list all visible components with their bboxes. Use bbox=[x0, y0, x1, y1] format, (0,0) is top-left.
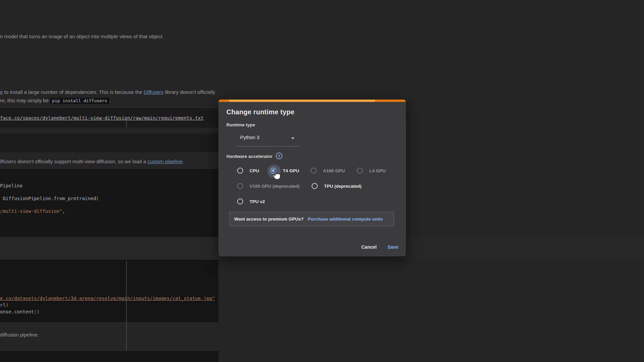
code-paren: ) bbox=[37, 309, 40, 314]
radio-option-tpu-deprecated[interactable]: TPU (deprecated) bbox=[312, 179, 362, 193]
radio-option-tpu-v2[interactable]: TPU v2 bbox=[237, 195, 265, 208]
image-url-string[interactable]: e.co/datasets/dylanebert/3d-arena/resolv… bbox=[0, 296, 215, 301]
code-cell-pipeline bbox=[0, 169, 218, 237]
code-text: DiffusionPipeline.from_pretrained bbox=[0, 196, 96, 201]
code-line: onse.content)) bbox=[0, 309, 40, 314]
chevron-down-icon bbox=[291, 137, 294, 139]
premium-question-text: Want access to premium GPUs? bbox=[234, 217, 304, 222]
code-string: /multi-view-diffusion" bbox=[0, 208, 62, 214]
custom-pipeline-link[interactable]: custom pipeline bbox=[148, 159, 182, 164]
code-paren: ) bbox=[6, 302, 8, 308]
radio-label: T4 GPU bbox=[283, 168, 299, 173]
dialog-title: Change runtime type bbox=[226, 108, 294, 116]
code-paren: ) bbox=[34, 309, 37, 314]
save-button[interactable]: Save bbox=[385, 242, 401, 252]
radio-focus-halo bbox=[267, 165, 281, 178]
premium-gpu-banner: Want access to premium GPUs? Purchase ad… bbox=[229, 212, 394, 226]
code-line: e.co/datasets/dylanebert/3d-arena/resolv… bbox=[0, 296, 215, 301]
notebook-markdown-line: diffusion pipeline. bbox=[0, 332, 39, 338]
radio-option-cpu[interactable]: CPU bbox=[237, 164, 259, 177]
radio-option-v100-gpu[interactable]: V100 GPU (deprecated) bbox=[237, 179, 300, 193]
change-runtime-type-dialog: Change runtime type Runtime type Python … bbox=[218, 100, 406, 256]
radio-label: TPU (deprecated) bbox=[324, 184, 362, 189]
radio-icon bbox=[237, 198, 243, 204]
radio-icon bbox=[311, 168, 317, 174]
requirements-url-link[interactable]: face.co/spaces/dylanebert/multi-view-dif… bbox=[0, 115, 204, 121]
cell-divider-line bbox=[126, 261, 127, 362]
radio-label: V100 GPU (deprecated) bbox=[250, 184, 300, 189]
radio-label: A100 GPU bbox=[323, 168, 345, 173]
radio-label: L4 GPU bbox=[369, 168, 386, 173]
progress-bar-segment bbox=[218, 100, 229, 102]
radio-icon bbox=[312, 183, 318, 189]
diffusers-link[interactable]: Diffusers bbox=[144, 89, 163, 95]
help-icon[interactable]: ? bbox=[276, 153, 282, 159]
purchase-compute-units-link[interactable]: Purchase additional compute units bbox=[308, 217, 383, 222]
radio-option-l4-gpu[interactable]: L4 GPU bbox=[357, 164, 386, 177]
code-line: rl) bbox=[0, 302, 8, 308]
radio-icon bbox=[357, 168, 363, 174]
progress-bar-segment bbox=[229, 100, 375, 102]
code-line: Pipeline bbox=[0, 183, 22, 188]
hardware-accelerator-label: Hardware accelerator bbox=[226, 154, 272, 159]
progress-bar-segment bbox=[375, 100, 406, 102]
paragraph-text: . bbox=[109, 98, 111, 103]
radio-label: CPU bbox=[250, 168, 259, 173]
paragraph-text: to install a large number of dependencie… bbox=[3, 89, 144, 95]
paragraph-text: library doesn't officially bbox=[163, 89, 215, 95]
dimmed-notebook-background: n model that turns an image of an object… bbox=[0, 0, 644, 362]
code-text: rl bbox=[0, 302, 6, 308]
radio-icon bbox=[237, 183, 243, 189]
runtime-type-select[interactable]: Python 3 bbox=[235, 130, 301, 146]
paragraph-text: re, this may simply be bbox=[0, 98, 50, 103]
notebook-markdown-line: n model that turns an image of an object… bbox=[0, 34, 164, 39]
code-line: DiffusionPipeline.from_pretrained( bbox=[0, 196, 99, 201]
runtime-type-label: Runtime type bbox=[226, 122, 255, 127]
code-paren: ( bbox=[96, 196, 99, 201]
runtime-type-value: Python 3 bbox=[240, 135, 259, 140]
code-cell-empty bbox=[0, 133, 218, 152]
radio-option-a100-gpu[interactable]: A100 GPU bbox=[311, 164, 345, 177]
code-line: /multi-view-diffusion", bbox=[0, 208, 65, 214]
radio-label: TPU v2 bbox=[250, 199, 265, 204]
notebook-paragraph-line3: iffusers doesn't officially support mult… bbox=[0, 159, 184, 164]
inline-code-chip: pip install diffusers bbox=[50, 98, 109, 104]
radio-icon bbox=[237, 168, 243, 174]
dialog-progress-bar bbox=[218, 100, 406, 102]
code-cell-partial bbox=[0, 351, 218, 362]
code-text: , bbox=[62, 208, 65, 214]
cell-divider-line bbox=[126, 121, 127, 128]
requirements-url: face.co/spaces/dylanebert/multi-view-dif… bbox=[0, 115, 204, 121]
paragraph-text: iffusers doesn't officially support mult… bbox=[0, 159, 148, 164]
radio-option-t4-gpu[interactable]: T4 GPU bbox=[270, 164, 299, 177]
notebook-paragraph-line1: e to install a large number of dependenc… bbox=[0, 89, 215, 95]
notebook-paragraph-line2: re, this may simply be pip install diffu… bbox=[0, 98, 111, 103]
code-text: onse.content bbox=[0, 309, 34, 314]
paragraph-text: . bbox=[182, 159, 184, 164]
radio-icon-selected bbox=[270, 168, 276, 174]
cancel-button[interactable]: Cancel bbox=[359, 242, 379, 252]
